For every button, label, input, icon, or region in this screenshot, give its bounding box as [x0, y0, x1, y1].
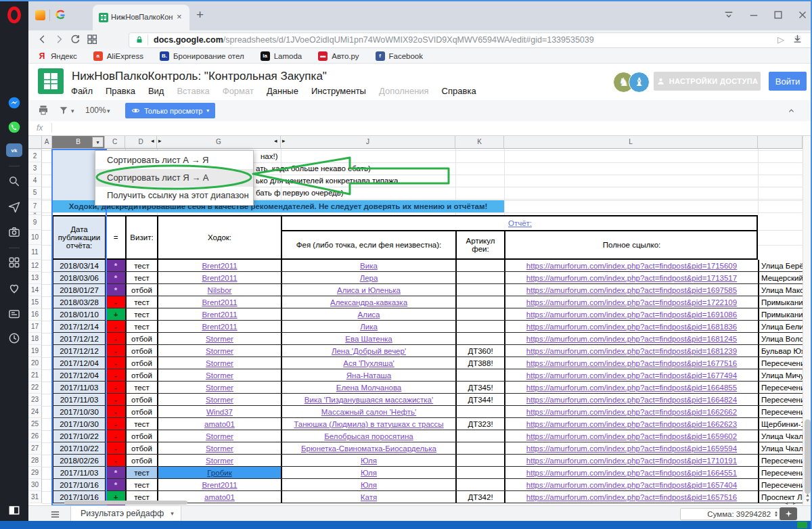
cell-address[interactable]: Бульвар Южн [758, 345, 803, 356]
cell-url-link[interactable]: https://amurforum.com/index.php?act=find… [526, 347, 737, 355]
cell-mark[interactable]: - [105, 345, 125, 356]
cell-address[interactable]: Пересечение [758, 479, 803, 490]
cell-hodok[interactable]: Brent2011 [157, 479, 281, 490]
cell-address[interactable]: Улица Белин [758, 321, 803, 332]
cell-url[interactable]: https://amurforum.com/index.php?act=find… [504, 479, 758, 490]
cell-visit[interactable]: отбой [125, 455, 157, 466]
cell-url[interactable]: https://amurforum.com/index.php?act=find… [504, 491, 758, 503]
cell-hodok-link[interactable]: amato01 [204, 420, 235, 428]
cell-artikul[interactable]: ДТ345! [455, 382, 504, 393]
row-header-5[interactable]: 5 [28, 187, 42, 199]
sidebar-toggle-icon[interactable] [6, 502, 22, 518]
row-header-10[interactable]: 10 [28, 230, 42, 245]
row-header-29[interactable]: 29 [28, 467, 42, 479]
cell-visit[interactable]: тест [125, 418, 157, 430]
cell-artikul[interactable] [455, 272, 504, 283]
column-header-J[interactable]: J [281, 135, 455, 149]
row-header-11[interactable]: 11 [28, 245, 42, 260]
document-title[interactable]: НижНовПалкоКонтроль: "Контрольная Закупк… [72, 70, 327, 83]
zoom-caret[interactable]: ▾ [107, 108, 110, 114]
cell-url[interactable]: https://amurforum.com/index.php?act=find… [504, 357, 758, 369]
forward-icon[interactable] [53, 33, 65, 48]
cell-mark[interactable]: * [105, 467, 125, 478]
row-header-12[interactable]: 12 [28, 260, 42, 272]
viewer-avatar-blue[interactable]: ♝ [629, 72, 650, 93]
cell-hodok[interactable]: Stormer [157, 357, 281, 369]
formula-bar[interactable]: fx [28, 121, 812, 136]
cell-feya-link[interactable]: Танюшка (Людмила) в татушках с трассы [294, 420, 443, 428]
cell-artikul[interactable] [455, 333, 504, 344]
cell-hodok[interactable]: Гробик [157, 467, 281, 478]
partial-cell-text[interactable]: бать ф первую очередь) [256, 187, 344, 199]
cell-date[interactable]: 2017/10/30 [52, 406, 105, 417]
column-header-G[interactable]: G [157, 135, 281, 149]
cell-visit[interactable]: тест [125, 479, 157, 490]
cell-hodok[interactable]: Stormer [157, 333, 281, 344]
context-menu-item[interactable]: Сортировать лист А → Я [95, 152, 253, 169]
cell-mark[interactable]: - [105, 406, 125, 417]
cell-feya[interactable]: Вика 'Пизданувшаяся массажистка' [281, 394, 455, 405]
scroll-down-icon[interactable]: ▼ [805, 498, 810, 503]
cell-mark[interactable]: - [105, 357, 125, 369]
cell-hodok-link[interactable]: Stormer [206, 457, 233, 465]
row-header-28[interactable]: 28 [28, 455, 42, 467]
cell-feya[interactable]: Юля [281, 467, 455, 478]
cell-url[interactable]: https://amurforum.com/index.php?act=find… [504, 345, 758, 356]
cell-feya-link[interactable]: Брюнетка-Свиноматка-Биосарделька [301, 444, 436, 453]
history-clock-icon[interactable] [6, 330, 22, 346]
cell-visit[interactable]: отбой [125, 284, 157, 296]
cell-address[interactable]: Улица Макси [758, 284, 803, 296]
row-header-24[interactable]: 24 [28, 406, 42, 418]
cell-feya-link[interactable]: Лера [360, 274, 378, 282]
cell-address[interactable]: Улица Волод [758, 333, 803, 344]
cell-feya[interactable]: Брюнетка-Свиноматка-Биосарделька [281, 442, 455, 454]
cell-hodok-link[interactable]: Гробик [207, 469, 231, 477]
cell-feya-link[interactable]: Вика [360, 262, 378, 270]
cell-date[interactable]: 2017/12/14 [52, 321, 105, 332]
cell-date[interactable]: 2017/11/03 [52, 382, 105, 393]
cell-url-link[interactable]: https://amurforum.com/index.php?act=find… [526, 298, 737, 306]
header-feya[interactable]: Фея (либо точка, если фея неизвестна): [281, 230, 455, 260]
menu-Данные[interactable]: Данные [267, 86, 298, 96]
print-icon[interactable] [37, 104, 49, 119]
pinned-tab-images-icon[interactable] [35, 10, 45, 20]
cell-url-link[interactable]: https://amurforum.com/index.php?act=find… [526, 493, 737, 501]
cell-visit[interactable]: тест [125, 272, 157, 283]
row-header-7[interactable]: 7 [28, 200, 42, 212]
cell-artikul[interactable]: ДТ344! [455, 394, 504, 405]
cell-hodok[interactable]: Brent2011 [157, 321, 281, 332]
row-header-3[interactable]: 3 [28, 162, 42, 175]
cell-address[interactable]: Пересечение [758, 357, 803, 369]
cell-hodok-link[interactable]: Brent2011 [202, 481, 237, 489]
horizontal-scroll-thumb[interactable] [64, 501, 187, 505]
cell-address[interactable]: Примыкание [758, 308, 803, 320]
filter-icon[interactable] [58, 105, 69, 118]
cell-artikul[interactable] [455, 260, 504, 271]
cell-hodok[interactable]: Stormer [157, 382, 281, 393]
cell-url[interactable]: https://amurforum.com/index.php?act=find… [504, 296, 758, 308]
header-hodok[interactable]: Ходок: [157, 215, 281, 260]
cell-artikul[interactable] [455, 308, 504, 320]
speed-dial-icon[interactable] [6, 254, 22, 271]
cell-url-link[interactable]: https://amurforum.com/index.php?act=find… [526, 359, 737, 367]
cell-feya-link[interactable]: Катя [361, 493, 377, 501]
cell-url-link[interactable]: https://amurforum.com/index.php?act=find… [526, 286, 737, 294]
cell-visit[interactable]: отбой [125, 357, 157, 369]
cell-feya[interactable]: Танюшка (Людмила) в татушках с трассы [281, 418, 455, 430]
cell-date[interactable]: 2017/12/12 [52, 333, 105, 344]
cell-artikul[interactable] [455, 406, 504, 417]
cell-hodok-link[interactable]: Nilsbor [208, 286, 232, 294]
cell-artikul[interactable] [455, 369, 504, 381]
cell-feya[interactable]: Юля [281, 455, 455, 466]
cell-hodok[interactable]: Wind37 [157, 406, 281, 417]
cell-date[interactable]: 2018/03/28 [52, 296, 105, 308]
cell-hodok[interactable]: Stormer [157, 442, 281, 454]
cell-url[interactable]: https://amurforum.com/index.php?act=find… [504, 467, 758, 478]
cell-visit[interactable]: тест [125, 260, 157, 271]
header-report-cell[interactable]: Отчёт: [281, 215, 758, 230]
cell-artikul[interactable]: ДТ342! [455, 491, 504, 503]
back-icon[interactable] [37, 33, 49, 48]
cell-url[interactable]: https://amurforum.com/index.php?act=find… [504, 260, 758, 271]
cell-date[interactable]: 2018/01/27 [52, 284, 105, 296]
url-field[interactable]: docs.google.com/spreadsheets/d/1JVoeO2id… [129, 32, 812, 48]
